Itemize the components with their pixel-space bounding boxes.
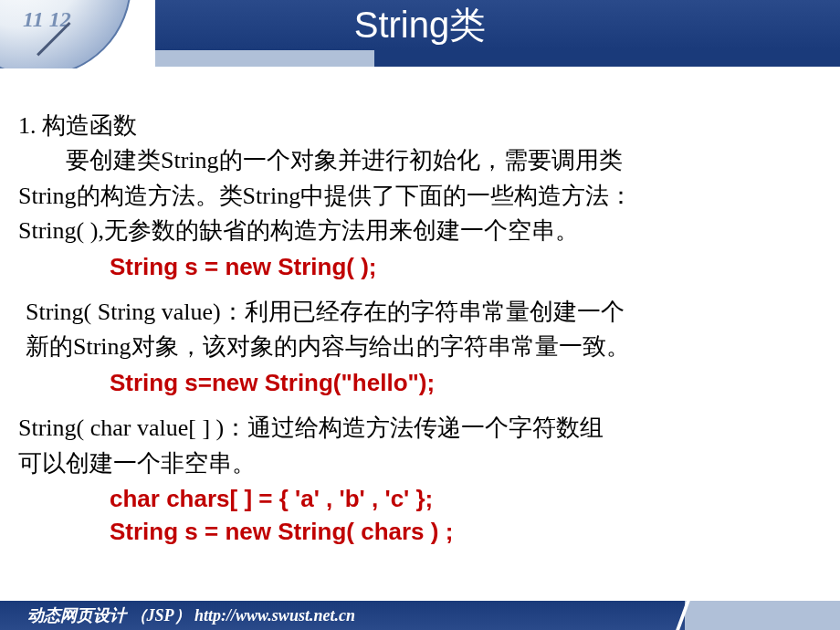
ctor3-code-1: char chars[ ] = { 'a' , 'b' , 'c' }; <box>18 482 822 515</box>
sub-header-bar <box>0 50 840 67</box>
ctor2-line-1: String( String value)：利用已经存在的字符串常量创建一个 <box>18 296 822 329</box>
footer-text: 动态网页设计 （JSP） http://www.swust.net.cn <box>27 604 355 626</box>
page-title: String类 <box>354 0 487 50</box>
ctor3-line-2: 可以创建一个非空串。 <box>18 447 822 480</box>
ctor2-line-2: 新的String对象，该对象的内容与给出的字符串常量一致。 <box>18 331 822 363</box>
title-bar: String类 <box>155 0 840 50</box>
intro-line-1: 要创建类String的一个对象并进行初始化，需要调用类 <box>18 144 822 177</box>
ctor2-code: String s=new String("hello"); <box>18 366 822 399</box>
sub-bar-dark <box>374 50 840 67</box>
sub-bar-left <box>0 50 155 67</box>
intro-line-2: String的构造方法。类String中提供了下面的一些构造方法： <box>18 180 822 213</box>
footer-bar: 动态网页设计 （JSP） http://www.swust.net.cn <box>0 601 840 630</box>
sub-bar-light <box>155 50 374 67</box>
content-body: 1. 构造函数 要创建类String的一个对象并进行初始化，需要调用类 Stri… <box>18 110 822 549</box>
section-heading: 1. 构造函数 <box>18 110 822 142</box>
footer-right-block <box>685 601 840 630</box>
ctor3-line-1: String( char value[ ] )：通过给构造方法传递一个字符数组 <box>18 412 822 445</box>
header-band: 11 12 String类 <box>0 0 840 68</box>
ctor3-code-2: String s = new String( chars ) ; <box>18 515 822 548</box>
ctor1-desc: String( ),无参数的缺省的构造方法用来创建一个空串。 <box>18 215 822 247</box>
ctor1-code: String s = new String( ); <box>18 250 822 283</box>
